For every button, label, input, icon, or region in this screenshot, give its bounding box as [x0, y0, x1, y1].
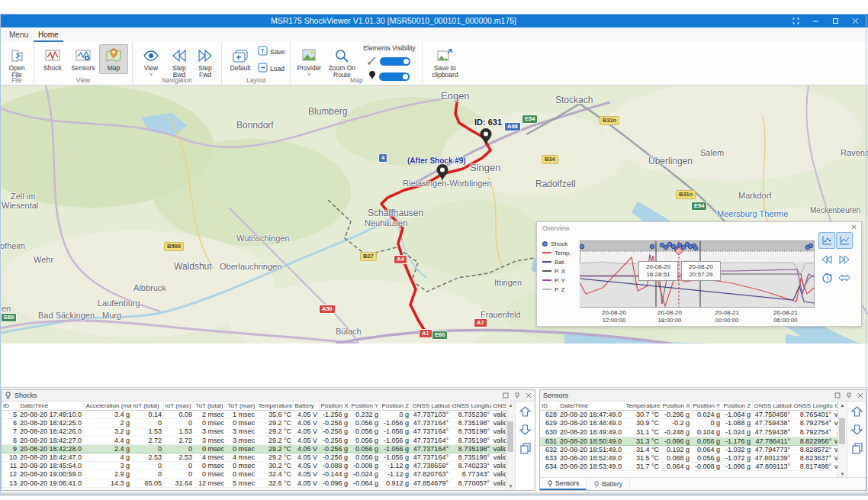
fullscreen-icon[interactable] [787, 15, 804, 26]
close-icon[interactable] [847, 15, 863, 26]
column-header[interactable]: Position Z [722, 402, 752, 411]
table-row[interactable]: 63120-08-20 18:50:49.031.3 °C-0.096 g0.0… [540, 437, 837, 445]
step-forward-button[interactable] [836, 251, 853, 268]
table-row[interactable]: 63020-08-20 18:49:49.031.1 °C-0.248 g0.1… [540, 427, 837, 437]
column-header[interactable]: GNSS Longitude [450, 402, 491, 411]
close-panel-icon[interactable] [526, 392, 532, 398]
table-row[interactable]: 720-08-20 18:42:26.03.2 g1.531.533 msec3… [2, 427, 506, 436]
road-badge: E60 [432, 331, 448, 340]
column-header[interactable]: IoT (total) [131, 402, 163, 411]
column-header[interactable]: Temperature [624, 402, 661, 411]
time-history-button[interactable] [818, 269, 835, 286]
column-header[interactable]: Date/Time [18, 402, 84, 411]
copy-button[interactable] [852, 443, 863, 457]
sensors-view-button[interactable]: Sensors [69, 44, 98, 74]
map-view-button[interactable]: Map [99, 44, 128, 74]
table-row[interactable]: 920-08-20 18:42:28.02.4 g000 msec0 msec2… [2, 444, 506, 453]
road-badge: E60 [1, 313, 17, 322]
column-header[interactable]: Position X [319, 402, 349, 411]
chart-scatter-button[interactable] [818, 232, 835, 249]
scroll-up-icon[interactable]: ▲ [838, 402, 847, 409]
cursor-tooltip: 20-08-2016:28:51 [638, 261, 678, 281]
next-row-button[interactable] [519, 424, 531, 438]
overview-chart[interactable]: 20-08-2016:28:51 20-08-2020:57:29 [580, 240, 815, 308]
maximize-icon[interactable] [827, 15, 844, 26]
column-header[interactable]: GNSS State [491, 402, 506, 411]
route-visibility-toggle[interactable] [380, 57, 410, 66]
save-layout-button[interactable]: Save [256, 44, 287, 59]
table-row[interactable]: 1220-08-20 19:00:59.02.9 g000 msec0 msec… [2, 470, 506, 479]
tab-sensors[interactable]: Sensors [540, 478, 587, 490]
table-row[interactable]: 62920-08-20 18:48:49.030.9 °C-0.2 g0 g-1… [540, 419, 837, 427]
save-to-clipboard-button[interactable]: Save to clipboard [426, 44, 463, 82]
vertical-scrollbar[interactable]: ▲ ▼ [837, 402, 847, 478]
next-row-button[interactable] [851, 424, 863, 438]
maximize-panel-icon[interactable] [834, 392, 841, 398]
map-town-label: Überlingen [648, 156, 693, 166]
provider-dropdown-button[interactable]: Provider ˅ [294, 44, 323, 80]
map-town-label: Wiesental [2, 201, 38, 210]
map-town-label: Murg [102, 311, 121, 320]
map-town-label: Wutöschingen [236, 234, 290, 243]
default-layout-button[interactable]: Default [226, 44, 255, 74]
load-layout-button[interactable]: Load [256, 61, 287, 76]
table-row[interactable]: 520-08-20 17:49:10.03.4 g0.140.092 msec1… [2, 411, 506, 419]
table-row[interactable]: 63320-08-20 18:52:49.031.5 °C0.088 g0.05… [540, 454, 837, 463]
column-header[interactable]: GNSS Longitude [792, 402, 833, 411]
close-icon[interactable]: ✕ [851, 223, 857, 231]
table-row[interactable]: 820-08-20 18:42:27.04.4 g2.722.723 msec3… [2, 436, 506, 444]
tab-menu[interactable]: Menu [5, 29, 33, 40]
column-header[interactable]: ToT (total) [194, 402, 226, 411]
shock-view-button[interactable]: Shock [38, 44, 67, 74]
table-row[interactable]: 620-08-20 18:42:25.02 g000 msec0 msec29.… [2, 419, 506, 427]
tab-home[interactable]: Home [34, 29, 63, 42]
ribbon-tab-row: Menu Home [0, 27, 868, 42]
cursor-tooltip: 20-08-2020:57:29 [681, 261, 721, 281]
column-header[interactable]: Position Y [691, 402, 722, 411]
column-header[interactable]: Date/Time [558, 402, 624, 411]
column-header[interactable]: GNSS Latitude [410, 402, 450, 411]
shocks-panel-titlebar: Shocks [2, 390, 535, 402]
default-layout-icon [231, 47, 249, 65]
column-header[interactable]: Acceleration (max) [84, 402, 131, 411]
column-header[interactable]: ID [2, 402, 18, 411]
chart-line-button[interactable] [836, 232, 853, 249]
close-panel-icon[interactable] [857, 392, 863, 398]
column-header[interactable]: GNSS Latitude [752, 402, 792, 411]
road-badge: B34 [542, 155, 558, 164]
sensors-table[interactable]: IDDate/TimeTemperaturePosition XPosition… [540, 402, 837, 478]
scroll-down-icon[interactable]: ▼ [506, 482, 515, 490]
shocks-table[interactable]: IDDate/TimeAcceleration (max)IoT (total)… [2, 402, 506, 490]
previous-row-button[interactable] [851, 406, 863, 420]
column-header[interactable]: Temperature [256, 402, 293, 411]
tab-battery[interactable]: Battery [587, 478, 630, 490]
table-row[interactable]: 63220-08-20 18:51:49.031.4 °C0.192 g0.06… [540, 445, 837, 453]
column-header[interactable]: Battery [293, 402, 319, 411]
table-row[interactable]: 1020-08-20 18:42:47.04 g2.532.534 msec4 … [2, 453, 506, 462]
vertical-scrollbar[interactable]: ▲ ▼ [506, 402, 515, 490]
map-canvas[interactable]: EngenBlumbergBonndorfStockachZell imWies… [0, 85, 868, 344]
table-row[interactable]: 1320-08-20 19:06:41.014.3 g65.0531.6412 … [2, 479, 506, 487]
maximize-panel-icon[interactable] [503, 392, 509, 398]
road-badge: B27 [360, 252, 377, 261]
scroll-up-icon[interactable]: ▲ [506, 402, 515, 409]
view-dropdown-button[interactable]: View ˅ [137, 44, 166, 80]
fit-range-button[interactable] [836, 269, 853, 286]
step-back-button[interactable] [818, 251, 835, 268]
table-row[interactable]: 63420-08-20 18:53:49.031.7 °C0.064 g-0.0… [540, 463, 837, 471]
column-header[interactable]: Position Y [349, 402, 380, 411]
table-row[interactable]: 1120-08-20 18:45:54.03 g000 msec0 msec30… [2, 462, 506, 470]
previous-row-button[interactable] [519, 406, 531, 420]
road-badge: B31n [676, 190, 696, 199]
column-header[interactable]: ID [540, 402, 558, 411]
copy-button[interactable] [520, 443, 531, 457]
column-header[interactable]: ToT (max) [226, 402, 256, 411]
road-badge: B31n [600, 116, 619, 125]
column-header[interactable]: Position X [661, 402, 691, 411]
pin-panel-icon[interactable] [846, 392, 852, 399]
table-row[interactable]: 62820-08-20 18:47:49.030.7 °C-0.296 g0.0… [540, 411, 837, 419]
pin-panel-icon[interactable] [514, 392, 520, 399]
column-header[interactable]: IoT (max) [163, 402, 194, 411]
column-header[interactable]: Position Z [380, 402, 410, 411]
minimize-icon[interactable] [807, 15, 824, 26]
